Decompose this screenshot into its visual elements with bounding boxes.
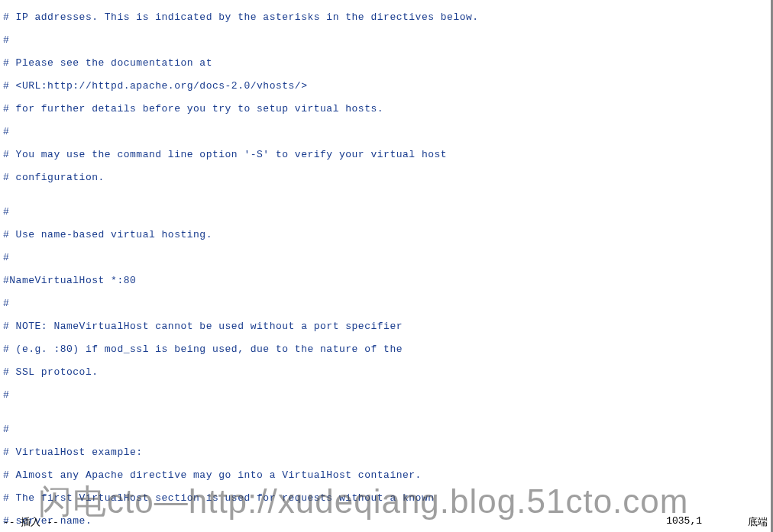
config-line: # configuration. xyxy=(3,172,768,183)
config-line: # xyxy=(3,389,768,401)
config-line: #NameVirtualHost *:80 xyxy=(3,275,768,286)
editor-text-area[interactable]: # IP addresses. This is indicated by the… xyxy=(0,0,771,532)
config-line: # Use name-based virtual hosting. xyxy=(3,229,768,240)
config-line: # xyxy=(3,252,768,263)
config-line: # VirtualHost example: xyxy=(3,447,768,458)
vim-mode-indicator: -- 插入 -- xyxy=(3,515,59,529)
config-line: # Almost any Apache directive may go int… xyxy=(3,469,768,481)
config-line: # (e.g. :80) if mod_ssl is being used, d… xyxy=(3,343,768,355)
config-line: # The first VirtualHost section is used … xyxy=(3,492,768,504)
config-line: # Please see the documentation at xyxy=(3,57,768,69)
config-line: # <URL:http://httpd.apache.org/docs-2.0/… xyxy=(3,80,768,92)
config-line: # xyxy=(3,34,768,46)
config-line: # xyxy=(3,206,768,218)
config-line: # for further details before you try to … xyxy=(3,103,768,114)
config-line: # You may use the command line option '-… xyxy=(3,149,768,160)
vim-status-bar: -- 插入 -- 1035,1 底端 xyxy=(0,515,771,529)
cursor-position: 1035,1 xyxy=(666,515,702,529)
config-line: # xyxy=(3,424,768,435)
scroll-indicator: 底端 xyxy=(748,515,768,529)
config-line: # NOTE: NameVirtualHost cannot be used w… xyxy=(3,321,768,332)
config-line: # xyxy=(3,126,768,137)
config-line: # xyxy=(3,298,768,309)
config-line: # IP addresses. This is indicated by the… xyxy=(3,11,768,23)
config-line: # SSL protocol. xyxy=(3,366,768,378)
